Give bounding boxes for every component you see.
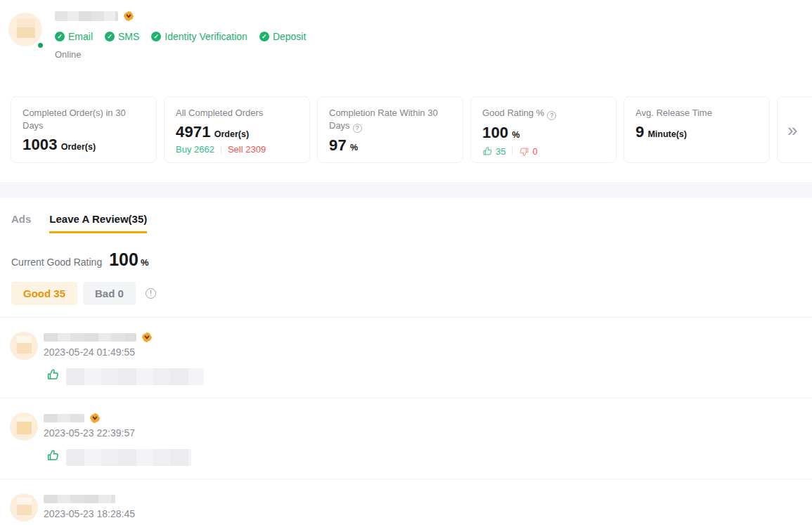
verification-deposit: ✓ Deposit xyxy=(259,31,306,42)
merchant-header: ✓ Email ✓ SMS ✓ Identity Verification ✓ … xyxy=(0,0,812,60)
thumb-up-icon xyxy=(482,146,493,157)
verified-badge-icon xyxy=(141,332,153,343)
review-list: 2023-05-24 01:49:55 2023-05-23 22:39:57 xyxy=(0,317,812,525)
stat-unit: % xyxy=(350,143,358,153)
review-text-redacted xyxy=(66,368,204,385)
review-filter-row: Good 35 Bad 0 ! xyxy=(0,282,812,305)
review-date: 2023-05-23 18:28:45 xyxy=(44,508,801,519)
current-good-rating: Current Good Rating 100 % xyxy=(0,249,812,270)
online-status-text: Online xyxy=(55,49,306,60)
good-filter-button[interactable]: Good 35 xyxy=(11,282,77,305)
tab-leave-a-review[interactable]: Leave A Review(35) xyxy=(49,213,147,233)
verification-email: ✓ Email xyxy=(55,31,93,42)
stats-row: Completed Order(s) in 30 Days 1003 Order… xyxy=(0,96,812,163)
rating-label: Current Good Rating xyxy=(11,257,102,268)
thumb-up-icon xyxy=(46,368,60,382)
help-icon[interactable]: ? xyxy=(547,111,556,120)
check-icon: ✓ xyxy=(55,32,65,41)
review-item: 2023-05-24 01:49:55 xyxy=(0,318,812,398)
stat-unit: Order(s) xyxy=(61,142,96,152)
avatar-image-redacted xyxy=(8,13,42,46)
divider xyxy=(221,145,221,154)
stat-card-avg-release-time: Avg. Release Time 9 Minute(s) xyxy=(624,96,770,163)
review-text-redacted xyxy=(66,449,191,466)
reviewer-name-redacted xyxy=(44,495,115,503)
verification-identity: ✓ Identity Verification xyxy=(151,31,247,42)
online-status-dot xyxy=(37,41,44,49)
profile-tabs: Ads Leave A Review(35) xyxy=(0,213,812,233)
verification-label: Identity Verification xyxy=(165,31,247,42)
merchant-name-row xyxy=(55,10,306,22)
check-icon: ✓ xyxy=(105,32,115,41)
more-stats-button[interactable]: » xyxy=(777,96,812,163)
rating-value: 100 xyxy=(109,249,138,270)
info-icon[interactable]: ! xyxy=(146,288,156,299)
merchant-info: ✓ Email ✓ SMS ✓ Identity Verification ✓ … xyxy=(55,13,306,60)
merchant-avatar xyxy=(8,13,42,46)
stat-value: 97 xyxy=(329,136,347,155)
stat-value: 1003 xyxy=(22,136,58,154)
verified-badge-icon xyxy=(89,413,101,424)
help-icon[interactable]: ? xyxy=(353,124,362,133)
check-icon: ✓ xyxy=(259,32,269,41)
stat-unit: Minute(s) xyxy=(647,129,687,139)
thumb-up-count: 35 xyxy=(496,146,505,157)
review-item: 2023-05-23 22:39:57 xyxy=(0,398,812,479)
verification-label: SMS xyxy=(118,31,139,42)
stat-label: Completed Order(s) in 30 Days xyxy=(22,107,145,132)
stat-card-all-completed: All Completed Orders 4971 Order(s) Buy 2… xyxy=(164,96,310,163)
reviewer-avatar xyxy=(10,413,38,441)
section-separator-band xyxy=(0,182,812,198)
thumb-down-icon xyxy=(519,146,529,157)
stat-value: 100 xyxy=(482,124,508,142)
stat-value: 4971 xyxy=(176,123,211,141)
reviewer-name-redacted xyxy=(44,333,136,342)
stat-label: Completion Rate Within 30 Days? xyxy=(329,107,451,133)
review-item: 2023-05-23 18:28:45 xyxy=(0,479,812,525)
merchant-name-redacted xyxy=(55,11,118,21)
review-date: 2023-05-23 22:39:57 xyxy=(44,427,801,439)
stat-value: 9 xyxy=(636,123,644,141)
stat-card-completion-rate: Completion Rate Within 30 Days? 97 % xyxy=(317,96,463,163)
stat-label-text: Completion Rate Within 30 Days xyxy=(329,108,438,131)
divider xyxy=(512,147,513,155)
reviewer-avatar xyxy=(10,493,38,521)
stat-label: Avg. Release Time xyxy=(636,107,758,119)
thumb-up-icon xyxy=(46,449,60,462)
stat-label: Good Rating %? xyxy=(482,107,605,120)
check-icon: ✓ xyxy=(151,32,161,41)
p2p-merchant-profile-page: { "header": { "online_status": "Online",… xyxy=(0,0,812,525)
reviewer-name-redacted xyxy=(44,414,84,422)
verification-label: Email xyxy=(68,31,93,42)
rating-unit: % xyxy=(141,257,149,268)
stat-label-text: Good Rating % xyxy=(482,108,544,118)
reviewer-avatar xyxy=(10,332,38,360)
bad-filter-button[interactable]: Bad 0 xyxy=(83,282,136,305)
double-chevron-right-icon: » xyxy=(787,121,796,139)
stat-card-completed-30d: Completed Order(s) in 30 Days 1003 Order… xyxy=(11,96,157,163)
stat-unit: % xyxy=(512,130,520,140)
verified-badge-icon xyxy=(123,11,134,22)
verification-label: Deposit xyxy=(273,31,306,42)
review-date: 2023-05-24 01:49:55 xyxy=(44,346,801,358)
verification-sms: ✓ SMS xyxy=(105,31,139,42)
stat-card-good-rating: Good Rating %? 100 % 35 0 xyxy=(470,96,617,163)
tab-ads[interactable]: Ads xyxy=(11,213,31,233)
stat-label: All Completed Orders xyxy=(176,107,298,119)
sell-count: Sell 2309 xyxy=(228,144,266,155)
stat-unit: Order(s) xyxy=(214,129,249,139)
verification-badges: ✓ Email ✓ SMS ✓ Identity Verification ✓ … xyxy=(55,31,306,42)
thumb-down-count: 0 xyxy=(532,146,537,157)
buy-count: Buy 2662 xyxy=(176,144,214,155)
